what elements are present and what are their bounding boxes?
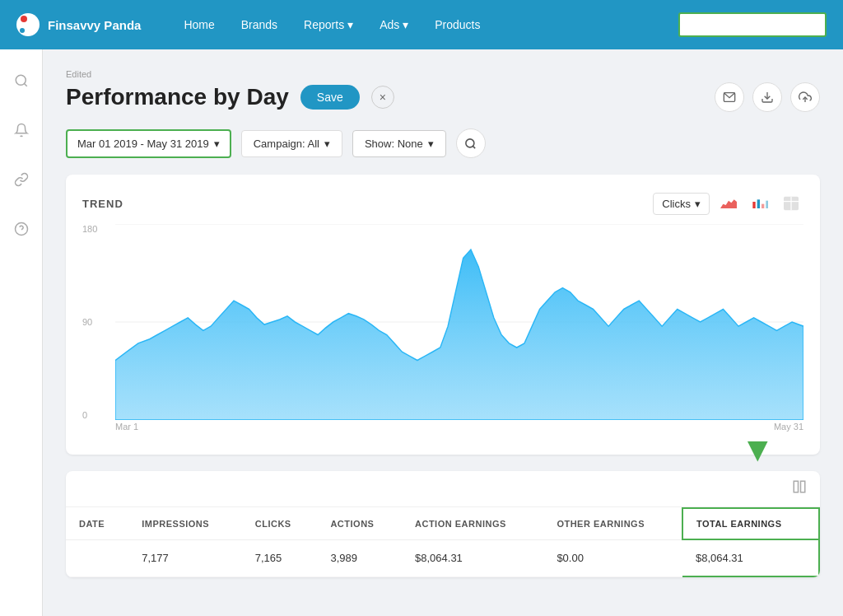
area-chart-button[interactable] (716, 191, 741, 216)
chevron-down-icon: ▾ (214, 138, 220, 150)
campaign-filter[interactable]: Campaign: All ▾ (241, 130, 342, 157)
cloud-icon-button[interactable] (790, 82, 820, 112)
logo[interactable]: Finsavvy Panda (16, 13, 141, 36)
download-icon-button[interactable] (752, 82, 782, 112)
svg-rect-12 (761, 204, 764, 208)
y-axis-labels: 180 90 0 (82, 224, 115, 438)
y-label-top: 180 (82, 224, 115, 234)
svg-rect-21 (801, 481, 805, 492)
cell-clicks: 7,165 (242, 539, 318, 576)
y-label-bottom: 0 (82, 410, 115, 420)
date-range-picker[interactable]: Mar 01 2019 - May 31 2019 ▾ (66, 129, 231, 158)
table-toolbar (66, 471, 820, 507)
cell-action-earnings: $8,064.31 (402, 539, 543, 576)
table-chart-button[interactable] (779, 191, 803, 216)
chevron-down-icon: ▾ (695, 198, 701, 210)
x-label-end: May 31 (774, 422, 803, 438)
logo-text: Finsavvy Panda (48, 18, 141, 32)
save-button[interactable]: Save (300, 85, 360, 110)
col-actions: ACTIONS (317, 508, 402, 539)
data-table: DATE IMPRESSIONS CLICKS ACTIONS ACTION E… (66, 471, 820, 577)
show-filter[interactable]: Show: None ▾ (352, 130, 446, 157)
svg-point-7 (466, 138, 474, 147)
table-header-row: DATE IMPRESSIONS CLICKS ACTIONS ACTION E… (66, 508, 819, 539)
col-impressions: IMPRESSIONS (128, 508, 242, 539)
arrow-indicator: ▼ (740, 430, 775, 469)
chevron-down-icon: ▾ (347, 18, 353, 31)
chevron-down-icon: ▾ (403, 18, 408, 31)
metric-dropdown[interactable]: Clicks ▾ (653, 193, 710, 215)
logo-icon (16, 13, 40, 36)
svg-point-0 (16, 75, 26, 85)
main-content: Edited Performance by Day Save × Mar 01 … (43, 49, 843, 616)
chart-card: TREND Clicks ▾ (66, 175, 820, 455)
logo-dot-red (21, 16, 27, 22)
show-label: Show: None (365, 138, 423, 150)
filters-row: Mar 01 2019 - May 31 2019 ▾ Campaign: Al… (66, 128, 820, 158)
table-row: 7,177 7,165 3,989 $8,064.31 $0.00 $8,064… (66, 539, 819, 576)
close-button[interactable]: × (371, 86, 394, 109)
chart-title: TREND (82, 198, 123, 210)
chart-header: TREND Clicks ▾ (82, 191, 803, 216)
cell-other-earnings: $0.00 (543, 539, 682, 576)
nav-search-input[interactable] (678, 12, 827, 37)
nav-links: Home Brands Reports ▾ Ads ▾ Products (174, 13, 678, 36)
top-navigation: Finsavvy Panda Home Brands Reports ▾ Ads… (0, 0, 843, 49)
search-button[interactable] (456, 128, 486, 158)
bar-chart-button[interactable] (748, 191, 772, 216)
chevron-down-icon: ▾ (428, 138, 434, 150)
email-icon-button[interactable] (715, 82, 744, 112)
table-body: 7,177 7,165 3,989 $8,064.31 $0.00 $8,064… (66, 539, 819, 576)
date-range-text: Mar 01 2019 - May 31 2019 (77, 138, 209, 150)
svg-rect-10 (752, 202, 755, 208)
performance-table: DATE IMPRESSIONS CLICKS ACTIONS ACTION E… (66, 507, 820, 577)
header-actions (715, 82, 820, 112)
cell-actions: 3,989 (317, 539, 402, 576)
table-head: DATE IMPRESSIONS CLICKS ACTIONS ACTION E… (66, 508, 819, 539)
page-header: Performance by Day Save × (66, 82, 820, 112)
col-other-earnings: OTHER EARNINGS (543, 508, 682, 539)
nav-home[interactable]: Home (174, 13, 224, 36)
chevron-down-icon: ▾ (324, 138, 330, 150)
col-total-earnings: TOTAL EARNINGS (682, 508, 819, 539)
svg-rect-13 (766, 201, 768, 208)
y-label-mid: 90 (82, 317, 115, 327)
cell-date (66, 539, 128, 576)
campaign-label: Campaign: All (254, 138, 319, 150)
svg-line-8 (473, 146, 476, 148)
svg-rect-11 (757, 199, 760, 208)
col-clicks: CLICKS (242, 508, 318, 539)
columns-icon[interactable] (792, 479, 807, 498)
sidebar-help-icon[interactable] (7, 214, 36, 244)
col-date: DATE (66, 508, 128, 539)
nav-reports[interactable]: Reports ▾ (294, 13, 363, 36)
nav-products[interactable]: Products (425, 13, 490, 36)
chart-controls: Clicks ▾ (653, 191, 803, 216)
col-action-earnings: ACTION EARNINGS (402, 508, 543, 539)
x-label-start: Mar 1 (115, 422, 138, 438)
edited-label: Edited (66, 69, 820, 79)
sidebar (0, 49, 43, 616)
sidebar-search-icon[interactable] (7, 66, 36, 96)
sidebar-link-icon[interactable] (7, 165, 36, 194)
nav-brands[interactable]: Brands (231, 13, 287, 36)
chart-svg-container (115, 224, 803, 420)
sidebar-bell-icon[interactable] (7, 115, 36, 145)
svg-rect-20 (794, 481, 798, 492)
logo-dot-blue (20, 28, 25, 33)
x-axis-labels: Mar 1 May 31 (115, 422, 803, 438)
svg-marker-9 (720, 199, 737, 208)
main-layout: Edited Performance by Day Save × Mar 01 … (0, 49, 843, 616)
table-wrapper: ▼ DATE IMPRESSIONS CLICKS ACTIONS AC (66, 471, 820, 577)
nav-ads[interactable]: Ads ▾ (370, 13, 418, 36)
chart-area: 180 90 0 (82, 224, 803, 438)
metric-label: Clicks (662, 198, 691, 210)
cell-impressions: 7,177 (128, 539, 242, 576)
cell-total-earnings: $8,064.31 (682, 539, 819, 576)
page-title: Performance by Day (66, 84, 289, 110)
svg-line-1 (24, 83, 26, 86)
